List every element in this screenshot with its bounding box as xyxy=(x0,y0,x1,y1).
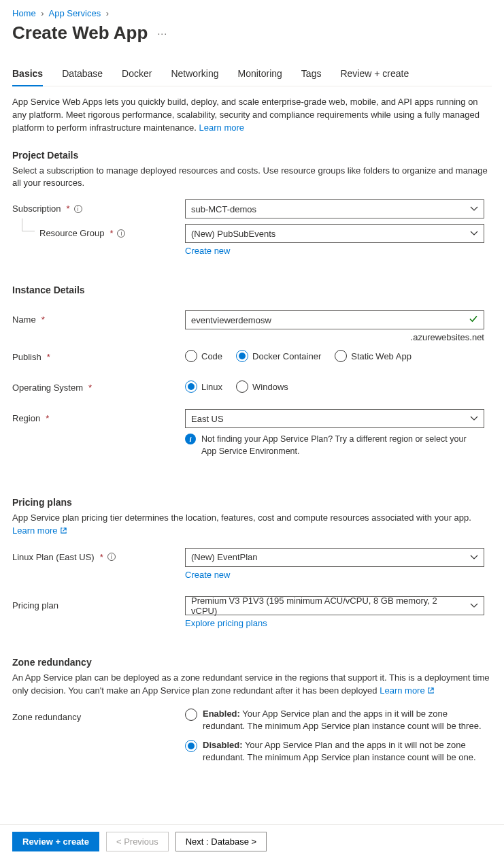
breadcrumb-app-services[interactable]: App Services xyxy=(49,8,101,18)
info-icon[interactable]: i xyxy=(117,229,125,238)
breadcrumb-home[interactable]: Home xyxy=(12,8,36,18)
check-icon xyxy=(469,314,478,326)
label-resource-group: Resource Group* i xyxy=(12,224,185,238)
section-project-details: Project Details xyxy=(12,150,492,161)
label-zone-redundancy: Zone redundancy xyxy=(12,708,185,722)
chevron-down-icon xyxy=(470,553,478,562)
project-subtext: Select a subscription to manage deployed… xyxy=(12,165,492,191)
name-input[interactable]: eventviewerdemosw xyxy=(185,310,484,329)
subscription-select[interactable]: sub-MCT-demos xyxy=(185,199,484,218)
info-icon[interactable]: i xyxy=(107,553,116,561)
chevron-right-icon: › xyxy=(106,8,109,18)
os-radio-linux[interactable]: Linux xyxy=(185,380,222,393)
info-icon[interactable]: i xyxy=(74,205,82,213)
previous-button: < Previous xyxy=(106,832,169,851)
label-publish: Publish* xyxy=(12,348,185,362)
chevron-down-icon xyxy=(470,205,478,213)
external-link-icon xyxy=(60,525,67,538)
pricing-plan-select[interactable]: Premium V3 P1V3 (195 minimum ACU/vCPU, 8… xyxy=(185,596,484,615)
tab-monitoring[interactable]: Monitoring xyxy=(237,63,282,86)
chevron-down-icon xyxy=(470,229,478,238)
tab-basics[interactable]: Basics xyxy=(12,63,43,86)
chevron-down-icon xyxy=(470,602,478,610)
tab-database[interactable]: Database xyxy=(62,63,103,86)
pricing-learn-more[interactable]: Learn more xyxy=(12,525,67,536)
os-radio-windows[interactable]: Windows xyxy=(236,380,288,393)
resource-group-select[interactable]: (New) PubSubEvents xyxy=(185,224,484,243)
chevron-down-icon xyxy=(470,415,478,423)
label-name: Name* xyxy=(12,310,185,325)
review-create-button[interactable]: Review + create xyxy=(12,832,99,851)
external-link-icon xyxy=(427,685,435,698)
explore-pricing-link[interactable]: Explore pricing plans xyxy=(185,618,267,628)
info-icon: i xyxy=(185,434,196,444)
section-pricing-plans: Pricing plans xyxy=(12,497,492,508)
section-zone-redundancy: Zone redundancy xyxy=(12,657,492,668)
intro-learn-more[interactable]: Learn more xyxy=(199,123,244,133)
create-new-plan-link[interactable]: Create new xyxy=(185,570,230,580)
create-new-rg-link[interactable]: Create new xyxy=(185,246,230,256)
breadcrumb: Home › App Services › xyxy=(12,8,492,18)
label-subscription: Subscription* i xyxy=(12,199,185,214)
domain-suffix: .azurewebsites.net xyxy=(185,332,484,342)
zone-radio-enabled[interactable]: Enabled: Your App Service plan and the a… xyxy=(185,708,484,732)
region-select[interactable]: East US xyxy=(185,409,484,428)
pricing-subtext: App Service plan pricing tier determines… xyxy=(12,512,492,538)
intro-text: App Service Web Apps lets you quickly bu… xyxy=(12,96,492,135)
linux-plan-select[interactable]: (New) EventPlan xyxy=(185,548,484,567)
label-linux-plan: Linux Plan (East US)* i xyxy=(12,548,185,562)
publish-radio-static[interactable]: Static Web App xyxy=(335,350,411,362)
label-region: Region* xyxy=(12,409,185,423)
zone-subtext: An App Service plan can be deployed as a… xyxy=(12,672,492,698)
zone-learn-more[interactable]: Learn more xyxy=(380,685,435,696)
next-button[interactable]: Next : Database > xyxy=(175,832,267,851)
chevron-right-icon: › xyxy=(41,8,44,18)
section-instance-details: Instance Details xyxy=(12,285,492,295)
tab-tags[interactable]: Tags xyxy=(301,63,322,86)
publish-radio-code[interactable]: Code xyxy=(185,350,222,362)
zone-radio-disabled[interactable]: Disabled: Your App Service Plan and the … xyxy=(185,739,484,764)
tab-docker[interactable]: Docker xyxy=(122,63,152,86)
publish-radio-docker[interactable]: Docker Container xyxy=(236,350,321,362)
region-hint: i Not finding your App Service Plan? Try… xyxy=(185,434,484,457)
tabs: Basics Database Docker Networking Monito… xyxy=(12,63,492,86)
tab-networking[interactable]: Networking xyxy=(171,63,218,86)
page-title: Create Web App xyxy=(12,22,148,44)
tab-review[interactable]: Review + create xyxy=(340,63,409,86)
footer: Review + create < Previous Next : Databa… xyxy=(0,824,504,861)
label-os: Operating System* xyxy=(12,378,185,393)
label-pricing-plan: Pricing plan xyxy=(12,596,185,611)
more-icon[interactable]: ··· xyxy=(157,28,167,39)
